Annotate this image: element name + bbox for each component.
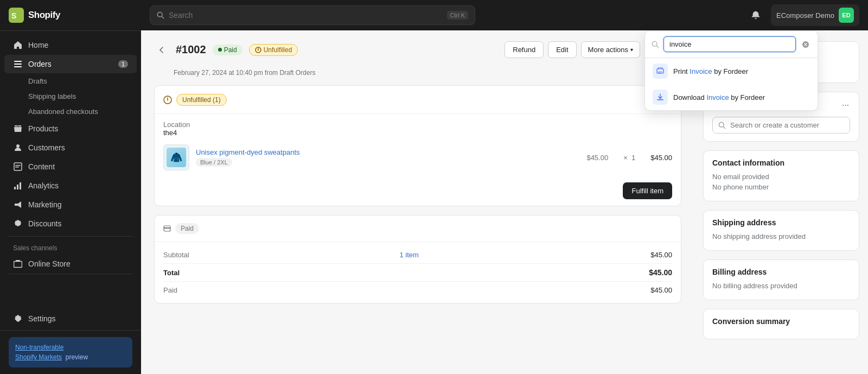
paid-status-badge: Paid	[213, 45, 242, 55]
paid-dot	[218, 48, 222, 52]
sidebar-item-marketing[interactable]: Marketing	[4, 195, 137, 214]
billing-value: No billing address provided	[712, 282, 850, 290]
subtotal-value: $45.00	[650, 251, 672, 259]
product-name[interactable]: Unisex pigment-dyed sweatpants	[196, 148, 580, 156]
sidebar-item-settings[interactable]: Settings	[4, 309, 137, 328]
sidebar-item-online-store[interactable]: Online Store	[4, 255, 137, 273]
edit-button[interactable]: Edit	[548, 41, 576, 58]
svg-rect-9	[14, 187, 16, 189]
notifications-button[interactable]	[746, 5, 765, 25]
sidebar-item-products[interactable]: Products	[4, 119, 137, 138]
billing-panel: Billing address No billing address provi…	[703, 259, 859, 300]
svg-point-13	[157, 12, 162, 17]
back-arrow-icon	[157, 46, 166, 54]
shipping-value: No shipping address provided	[712, 232, 850, 240]
bell-icon	[751, 10, 761, 20]
customers-icon	[13, 143, 23, 153]
svg-point-5	[16, 144, 20, 148]
content-icon	[13, 162, 23, 172]
billing-title: Billing address	[712, 268, 850, 276]
unfulfilled-status-badge: Unfulfilled	[249, 44, 298, 56]
svg-line-22	[656, 46, 659, 48]
product-price: $45.00	[586, 154, 608, 162]
sidebar-item-analytics[interactable]: Analytics	[4, 176, 137, 195]
total-row: Total $45.00	[163, 263, 672, 279]
sidebar-item-home[interactable]: Home	[4, 36, 137, 54]
sidebar-footer: Non-transferable Shopify Markets preview	[0, 330, 141, 374]
sidebar-item-content[interactable]: Content	[4, 157, 137, 176]
sidebar-item-customers[interactable]: Customers	[4, 138, 137, 157]
fulfillment-card: Unfulfilled (1) ⋯ Location the4 🧥 Unisex…	[154, 85, 681, 206]
topnav: Ctrl K EComposer Demo ED	[141, 0, 868, 30]
home-icon	[13, 40, 23, 50]
shopify-markets-link[interactable]: Shopify Markets	[15, 353, 62, 361]
total-value: $45.00	[649, 268, 672, 277]
svg-point-21	[652, 41, 657, 46]
fordeer-download-icon	[653, 90, 668, 105]
svg-rect-26	[658, 73, 661, 73]
fulfillment-header-icon	[163, 96, 172, 104]
customer-menu-button[interactable]: ⋯	[841, 100, 850, 110]
dropdown-item-download-invoice[interactable]: Download Invoice by Fordeer	[645, 84, 818, 110]
customer-search[interactable]	[712, 117, 850, 134]
product-variant: Blue / 2XL	[196, 158, 232, 167]
svg-rect-18	[164, 227, 170, 229]
refund-button[interactable]: Refund	[505, 41, 544, 58]
back-button[interactable]	[154, 42, 169, 58]
more-actions-dropdown: Print Invoice by Fordeer Download Invoic…	[644, 30, 818, 111]
dropdown-clear-button[interactable]	[800, 39, 811, 50]
fordeer-print-icon	[653, 64, 668, 79]
sidebar-item-drafts[interactable]: Drafts	[4, 74, 137, 88]
sidebar-item-shipping-labels[interactable]: Shipping labels	[4, 89, 137, 104]
contact-email: No email provided	[712, 173, 850, 181]
sidebar-item-discounts[interactable]: Discounts	[4, 214, 137, 233]
orders-badge: 1	[118, 60, 128, 68]
search-icon	[157, 11, 164, 19]
svg-rect-3	[14, 64, 22, 65]
dropdown-search-row	[645, 31, 818, 58]
product-total: $45.00	[650, 154, 672, 162]
search-bar[interactable]: Ctrl K	[150, 5, 475, 25]
contact-title: Contact information	[712, 159, 850, 167]
location-row: Location the4	[155, 114, 681, 139]
download-invoice-label: Download Invoice by Fordeer	[673, 93, 765, 102]
shopify-markets-notice: Non-transferable Shopify Markets preview	[9, 337, 132, 367]
orders-icon	[13, 59, 23, 69]
products-icon	[13, 124, 23, 134]
product-info: Unisex pigment-dyed sweatpants Blue / 2X…	[196, 148, 580, 167]
sidebar-item-abandoned-checkouts[interactable]: Abandoned checkouts	[4, 104, 137, 119]
paid-row: Paid $45.00	[163, 281, 672, 296]
svg-line-14	[162, 16, 164, 18]
page-header: #1002 Paid Unfulfilled Refund Edit More …	[154, 41, 681, 58]
order-number: #1002	[176, 43, 206, 56]
svg-rect-11	[20, 182, 21, 189]
svg-rect-27	[657, 99, 663, 100]
product-image: 🧥	[163, 144, 189, 170]
topnav-right: EComposer Demo ED	[746, 4, 859, 26]
nav-separator-sales	[9, 236, 132, 237]
store-selector[interactable]: EComposer Demo ED	[771, 4, 859, 26]
online-store-icon	[13, 259, 23, 269]
sidebar-item-orders[interactable]: Orders 1	[4, 55, 137, 73]
fulfillment-card-header: Unfulfilled (1) ⋯	[155, 86, 681, 114]
svg-rect-12	[14, 262, 22, 268]
sales-channels-label: Sales channels	[4, 240, 137, 254]
product-row: 🧥 Unisex pigment-dyed sweatpants Blue / …	[155, 139, 681, 176]
dropdown-item-print-invoice[interactable]: Print Invoice by Fordeer	[645, 58, 818, 84]
sidebar-header: S Shopify	[0, 0, 141, 31]
search-input[interactable]	[169, 11, 443, 20]
dropdown-search-input[interactable]	[663, 36, 796, 52]
marketing-icon	[13, 200, 23, 210]
fulfill-item-button[interactable]: Fulfill item	[623, 182, 672, 199]
product-qty: × 1	[623, 154, 635, 162]
subtotal-items-link[interactable]: 1 item	[399, 251, 418, 259]
sidebar-nav: Home Orders 1 Drafts Shipping labels Aba…	[0, 31, 141, 309]
more-actions-button[interactable]: More actions ▾	[581, 41, 640, 58]
customer-search-input[interactable]	[730, 121, 844, 129]
svg-line-20	[723, 126, 725, 129]
svg-rect-10	[17, 185, 18, 189]
discounts-icon	[13, 219, 23, 229]
shopify-logo[interactable]: S Shopify	[9, 8, 60, 23]
shipping-title: Shipping address	[712, 218, 850, 227]
unfulfilled-badge: Unfulfilled (1)	[176, 94, 227, 106]
